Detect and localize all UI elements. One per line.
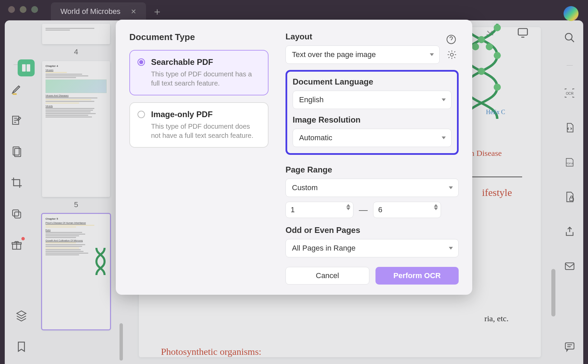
resolution-label: Image Resolution — [293, 115, 452, 125]
option-title: Image-only PDF — [151, 110, 260, 119]
svg-point-26 — [451, 53, 454, 56]
ocr-modal: Document Type Searchable PDF This type o… — [116, 20, 472, 295]
page-from-input[interactable]: 1 — [286, 202, 353, 218]
help-button[interactable] — [444, 33, 458, 46]
stepper-up-icon[interactable] — [434, 204, 438, 207]
page-to-input[interactable]: 6 — [373, 202, 441, 218]
option-title: Searchable PDF — [151, 57, 260, 67]
option-description: This type of PDF document has a full tex… — [151, 70, 260, 88]
page-to-value: 6 — [378, 205, 382, 214]
perform-ocr-button[interactable]: Perform OCR — [375, 267, 459, 285]
radio-icon — [137, 58, 145, 66]
option-description: This type of PDF document does not have … — [151, 122, 260, 140]
layout-value: Text over the page image — [292, 50, 376, 59]
cancel-button[interactable]: Cancel — [286, 267, 369, 285]
language-value: English — [299, 95, 324, 104]
help-icon — [446, 34, 456, 44]
page-range-select[interactable]: Custom — [286, 179, 459, 197]
stepper-up-icon[interactable] — [346, 204, 350, 207]
perform-label: Perform OCR — [393, 271, 441, 280]
range-dash: — — [359, 205, 368, 215]
section-document-type: Document Type — [129, 32, 269, 42]
stepper-down-icon[interactable] — [346, 207, 350, 210]
option-image-only-pdf[interactable]: Image-only PDF This type of PDF document… — [129, 102, 269, 148]
resolution-select[interactable]: Automatic — [293, 129, 452, 147]
page-from-value: 1 — [291, 205, 295, 214]
layout-label: Layout — [286, 32, 459, 41]
odd-even-select[interactable]: All Pages in Range — [286, 239, 459, 257]
page-range-value: Custom — [292, 183, 318, 192]
odd-even-value: All Pages in Range — [292, 244, 355, 253]
language-select[interactable]: English — [293, 91, 452, 109]
stepper-down-icon[interactable] — [434, 207, 438, 210]
radio-icon — [137, 111, 145, 118]
layout-settings-button[interactable] — [445, 48, 459, 61]
page-range-label: Page Range — [286, 165, 459, 175]
option-searchable-pdf[interactable]: Searchable PDF This type of PDF document… — [129, 50, 269, 95]
language-label: Document Language — [293, 77, 452, 87]
highlighted-settings-group: Document Language English Image Resoluti… — [286, 70, 459, 155]
odd-even-label: Odd or Even Pages — [286, 225, 459, 235]
cancel-label: Cancel — [316, 271, 339, 280]
resolution-value: Automatic — [299, 133, 332, 142]
gear-icon — [447, 50, 457, 60]
layout-select[interactable]: Text over the page image — [286, 46, 440, 64]
